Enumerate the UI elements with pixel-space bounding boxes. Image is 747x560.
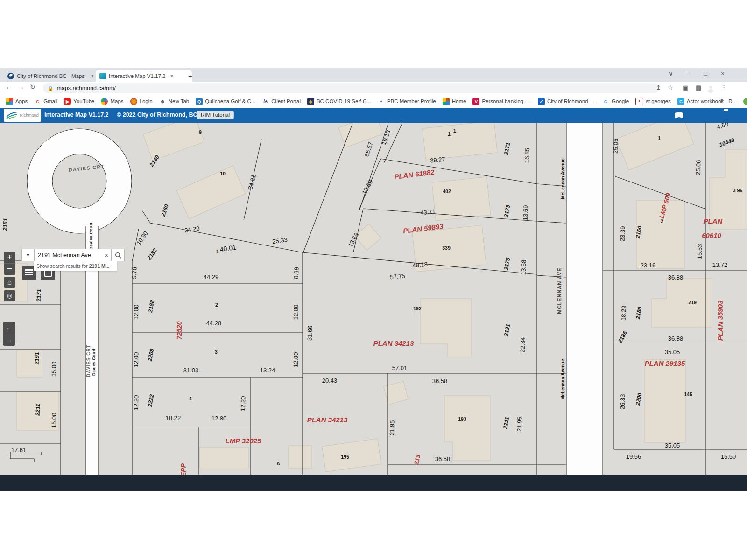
map-label: 5.76 <box>131 267 138 279</box>
bookmarks-widget-icon[interactable] <box>674 111 685 120</box>
map-label: 12.00 <box>132 304 140 320</box>
map-label: 36.58 <box>432 378 448 385</box>
locate-button[interactable]: ◎ <box>4 290 15 301</box>
tab-close-icon[interactable]: × <box>170 73 173 79</box>
window-close-icon[interactable]: × <box>716 70 730 77</box>
bookmarks-overflow-icon[interactable]: » <box>720 96 723 103</box>
bookmark-item[interactable]: Login <box>127 96 156 106</box>
legend-list-icon[interactable] <box>690 111 701 120</box>
map-label: 15.00 <box>50 361 57 377</box>
tab-interactive-map[interactable]: Interactive Map V1.17.2 × <box>96 70 192 82</box>
tab-city-of-richmond[interactable]: City of Richmond BC - Maps & R × <box>4 70 98 82</box>
app-header: Richmond Interactive Map V1.17.2 © 2022 … <box>0 108 747 123</box>
search-button[interactable] <box>111 249 125 261</box>
bookmark-item[interactable]: +PBC Member Profile <box>374 96 439 106</box>
search-source-dropdown[interactable]: ▼ <box>21 249 35 261</box>
building-footprint <box>338 123 383 147</box>
bookmark-item[interactable]: ◆BC COVID-19 Self-C... <box>304 96 374 106</box>
bookmark-item[interactable]: GGoogle <box>599 96 632 106</box>
map-canvas[interactable]: 24.2940.0125.3310.905.7644.298.8912.0044… <box>0 123 747 475</box>
map-label: 10440 <box>719 137 735 148</box>
bookmark-favicon <box>743 98 747 105</box>
home-extent-button[interactable]: ⌂ <box>4 277 15 288</box>
menu-dots-icon[interactable]: ⋮ <box>721 84 727 91</box>
bookmark-item[interactable]: QQuilchena Golf & C... <box>192 96 259 106</box>
zoom-out-button[interactable]: − <box>4 263 15 275</box>
layers-icon <box>25 269 33 276</box>
map-label: 2182 <box>146 247 159 261</box>
measure-icon <box>44 270 52 277</box>
bookmark-favicon: G <box>602 98 609 105</box>
map-label: 9 <box>199 129 202 135</box>
window-chevron-icon[interactable]: ∨ <box>664 70 678 77</box>
bookmark-item[interactable]: ▶YouTube <box>61 96 98 106</box>
map-label: PLAN 35903 <box>716 300 724 341</box>
map-label: 16.85 <box>523 147 530 163</box>
reload-icon[interactable]: ↻ <box>30 83 35 91</box>
bookmark-item[interactable]: +st georges <box>632 96 674 106</box>
forward-icon[interactable]: → <box>18 83 24 91</box>
map-label: 40.01 <box>219 244 237 253</box>
richmond-logo[interactable]: Richmond <box>4 109 41 122</box>
bookmark-item[interactable]: iAClient Portal <box>259 96 304 106</box>
window-minimize-icon[interactable]: – <box>681 70 695 77</box>
bookmark-favicon: Q <box>196 98 203 105</box>
bookmark-item[interactable]: Apple Financial Ser... <box>740 96 747 106</box>
building-footprint <box>289 446 312 468</box>
previous-extent-button[interactable]: ← <box>3 322 15 334</box>
map-label: 39.27 <box>430 155 446 164</box>
search-input[interactable]: 2191 McLennan Ave × <box>34 249 112 261</box>
map-label: MCLENNAN AVE <box>557 267 562 314</box>
map-label: 43.71 <box>420 208 436 216</box>
map-label: A <box>276 461 280 466</box>
map-label: 25.06 <box>612 138 619 154</box>
map-label: 60610 <box>702 231 721 239</box>
map-label: 57.75 <box>390 273 406 281</box>
next-extent-button[interactable]: → <box>3 334 15 346</box>
rim-tutorial-button[interactable]: RIM Tutorial <box>197 111 234 119</box>
map-label: McLennan Avenue <box>560 158 565 199</box>
map-label: 1 <box>216 249 219 254</box>
map-label: DAVIES CRT <box>86 344 91 377</box>
bookmark-item[interactable]: CActor workbook - D... <box>674 96 740 106</box>
map-label: 21.95 <box>515 416 523 432</box>
bookmark-item[interactable]: Maps <box>98 96 127 106</box>
map-label: 213 <box>413 454 422 466</box>
window-maximize-icon[interactable]: □ <box>698 70 712 77</box>
share-icon[interactable]: ↥ <box>656 84 661 91</box>
map-label: 2186 <box>617 330 629 344</box>
map-label: 35.05 <box>665 349 680 356</box>
richmond-waves-icon <box>6 111 18 119</box>
bookmark-item[interactable]: Apps <box>3 96 31 106</box>
print-icon[interactable] <box>720 111 732 120</box>
map-label: 31.03 <box>183 367 199 374</box>
bookmark-favicon <box>130 98 137 105</box>
map-label: 4 <box>189 396 192 401</box>
tab-close-icon[interactable]: × <box>91 73 94 79</box>
back-icon[interactable]: ← <box>6 83 12 91</box>
map-label: 2 <box>215 302 218 308</box>
bookmark-item[interactable]: GGmail <box>31 96 61 106</box>
search-suggestion[interactable]: Show search results for 2191 M... <box>34 261 117 271</box>
bookmark-item[interactable]: VPersonal banking -... <box>469 96 534 106</box>
bookmark-favicon: V <box>472 98 479 105</box>
new-tab-button[interactable]: + <box>188 72 192 80</box>
map-label: 339 <box>442 245 451 251</box>
bookmark-favicon: + <box>378 98 385 105</box>
bookmark-item[interactable]: Home <box>439 96 470 106</box>
zoom-in-button[interactable]: + <box>4 252 15 263</box>
basemap-grid-icon[interactable] <box>705 111 717 120</box>
map-label: 23.39 <box>619 226 626 241</box>
url-field[interactable]: 🔒 maps.richmond.ca/rim/ <box>43 83 659 93</box>
suggestion-prefix: Show search results for <box>36 263 89 269</box>
bookmark-item[interactable]: ⊕New Tab <box>156 96 193 106</box>
bookmark-item[interactable]: ✓City of Richmond -... <box>535 96 599 106</box>
extensions-icon[interactable]: ▣ <box>683 84 688 91</box>
clear-search-icon[interactable]: × <box>102 252 111 259</box>
reading-list-icon[interactable]: ▤ <box>696 84 701 91</box>
building-footprint <box>143 123 204 161</box>
map-label: 12.20 <box>239 396 247 411</box>
map-label: 2211 <box>502 416 510 430</box>
map-label: PLAN <box>704 217 723 225</box>
bookmark-star-icon[interactable]: ☆ <box>668 84 673 91</box>
